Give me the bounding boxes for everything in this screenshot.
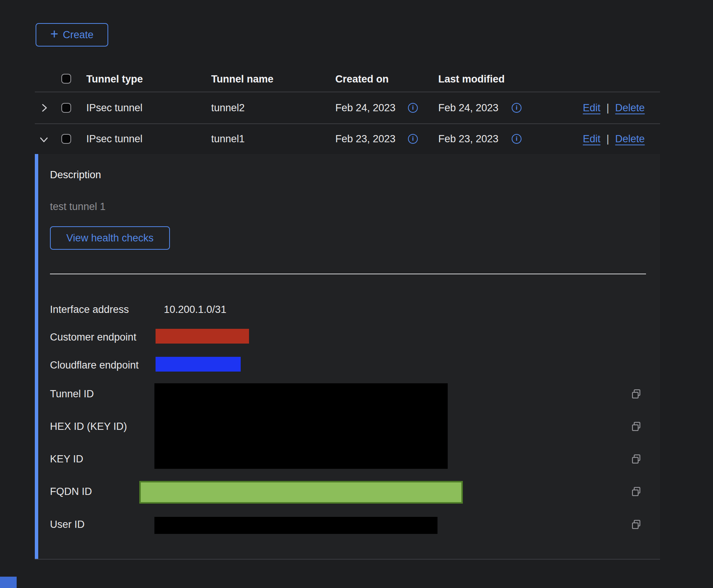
bottom-divider <box>35 559 660 560</box>
last-modified-cell: Feb 24, 2023 <box>438 102 498 114</box>
edit-link[interactable]: Edit <box>583 102 601 114</box>
customer-endpoint-redacted-value <box>156 329 249 344</box>
user-id-redacted-value <box>154 517 437 534</box>
interface-address-value: 10.200.1.0/31 <box>164 303 226 316</box>
interface-address-label: Interface address <box>50 303 129 316</box>
cloudflare-endpoint-label: Cloudflare endpoint <box>50 359 139 371</box>
copy-fqdn-id-button[interactable] <box>630 486 642 497</box>
description-label: Description <box>50 169 101 181</box>
column-header-created-on: Created on <box>335 73 389 85</box>
tunnel-name-cell: tunnel1 <box>211 133 245 145</box>
delete-link[interactable]: Delete <box>615 133 645 145</box>
customer-endpoint-label: Customer endpoint <box>50 331 136 343</box>
link-separator: | <box>607 102 609 114</box>
column-header-tunnel-name: Tunnel name <box>211 73 274 85</box>
info-icon[interactable]: i <box>512 134 522 144</box>
tunnel-id-label: Tunnel ID <box>50 388 94 400</box>
offscreen-blue-element <box>0 577 17 588</box>
select-all-checkbox[interactable] <box>61 74 71 84</box>
cloudflare-endpoint-redacted-value <box>156 357 241 372</box>
copy-key-id-button[interactable] <box>630 453 642 465</box>
view-health-checks-label: View health checks <box>66 232 154 244</box>
chevron-right-icon[interactable] <box>39 103 49 113</box>
panel-divider <box>50 274 646 274</box>
column-header-tunnel-type: Tunnel type <box>86 73 143 85</box>
expanded-panel-accent-bar <box>35 154 38 559</box>
tunnel-type-cell: IPsec tunnel <box>86 102 143 114</box>
row-divider <box>35 123 660 124</box>
copy-tunnel-id-button[interactable] <box>630 388 642 400</box>
copy-user-id-button[interactable] <box>630 519 642 530</box>
copy-icon <box>630 421 642 432</box>
row-checkbox[interactable] <box>61 134 71 144</box>
column-header-last-modified: Last modified <box>438 73 505 85</box>
link-separator: | <box>607 133 609 145</box>
row-checkbox[interactable] <box>61 103 71 113</box>
copy-icon <box>630 519 642 530</box>
user-id-label: User ID <box>50 518 85 530</box>
info-icon[interactable]: i <box>408 103 418 113</box>
tunnel-type-cell: IPsec tunnel <box>86 133 143 145</box>
info-icon[interactable]: i <box>408 134 418 144</box>
description-value: test tunnel 1 <box>50 201 106 213</box>
fqdn-id-label: FQDN ID <box>50 485 92 498</box>
plus-icon: + <box>50 26 58 42</box>
header-divider <box>35 92 660 92</box>
delete-link[interactable]: Delete <box>615 102 645 114</box>
edit-link[interactable]: Edit <box>583 133 601 145</box>
copy-hex-id-button[interactable] <box>630 421 642 432</box>
create-button-label: Create <box>63 29 93 41</box>
tunnel-name-cell: tunnel2 <box>211 102 245 114</box>
copy-icon <box>630 486 642 497</box>
ipsec-tunnels-page: + Create Tunnel type Tunnel name Created… <box>0 0 713 588</box>
hex-id-label: HEX ID (KEY ID) <box>50 420 127 432</box>
info-icon[interactable]: i <box>512 103 522 113</box>
ids-redacted-block <box>154 383 448 469</box>
fqdn-id-redacted-value <box>139 481 463 504</box>
created-on-cell: Feb 23, 2023 <box>335 133 395 145</box>
created-on-cell: Feb 24, 2023 <box>335 102 395 114</box>
key-id-label: KEY ID <box>50 453 83 465</box>
create-button[interactable]: + Create <box>36 23 108 47</box>
last-modified-cell: Feb 23, 2023 <box>438 133 498 145</box>
chevron-down-icon[interactable] <box>39 135 49 145</box>
copy-icon <box>630 388 642 400</box>
view-health-checks-button[interactable]: View health checks <box>50 226 170 250</box>
copy-icon <box>630 453 642 465</box>
